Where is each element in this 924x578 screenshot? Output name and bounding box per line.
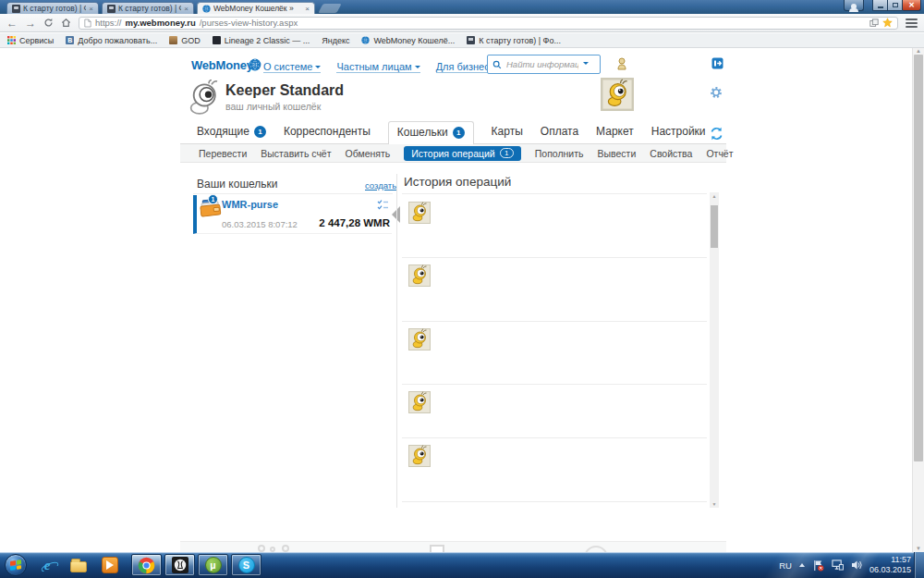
bookmark-welcome[interactable]: В Добро пожаловать... bbox=[66, 36, 157, 45]
subtab-exchange[interactable]: Обменять bbox=[346, 148, 391, 159]
chevron-down-icon bbox=[415, 66, 420, 71]
search-input[interactable] bbox=[505, 58, 580, 70]
user-avatar[interactable] bbox=[601, 78, 634, 111]
page-scrollbar[interactable]: ▲ ▼ bbox=[912, 48, 924, 552]
show-desktop-button[interactable] bbox=[914, 552, 924, 578]
bookmark-yandex[interactable]: Яндекс bbox=[322, 36, 349, 45]
subtab-properties[interactable]: Свойства bbox=[650, 148, 692, 159]
back-button[interactable]: ← bbox=[6, 18, 18, 29]
gear-icon[interactable] bbox=[710, 86, 723, 99]
tab-close-icon[interactable]: × bbox=[305, 5, 310, 13]
sub-tabs: Перевести Выставить счёт Обменять Истори… bbox=[180, 143, 726, 163]
history-row[interactable] bbox=[402, 385, 707, 438]
scroll-down-icon[interactable]: ▼ bbox=[710, 501, 719, 507]
save-pages-icon[interactable] bbox=[869, 18, 879, 28]
bookmark-star-icon[interactable] bbox=[882, 18, 893, 28]
scrollbar-thumb[interactable] bbox=[711, 205, 718, 248]
bookmark-god[interactable]: GOD bbox=[169, 36, 201, 45]
tray-time: 11:57 bbox=[869, 555, 911, 565]
tab-close-icon[interactable]: × bbox=[89, 5, 93, 13]
support-person-icon[interactable] bbox=[616, 56, 627, 71]
minimize-button[interactable] bbox=[872, 0, 887, 11]
windows-logo-icon bbox=[10, 560, 21, 571]
language-indicator[interactable]: RU bbox=[779, 560, 792, 571]
browser-tab-1[interactable]: К старту готов) | Форум × bbox=[6, 2, 99, 14]
forward-button[interactable]: → bbox=[25, 18, 36, 29]
circle-icon bbox=[584, 546, 608, 552]
refresh-icon[interactable] bbox=[709, 126, 724, 141]
bookmark-label: Lineage 2 Classic — ... bbox=[225, 36, 310, 45]
reload-button[interactable] bbox=[43, 18, 54, 28]
address-bar[interactable]: https://my.webmoney.ru/purses-view-histo… bbox=[79, 17, 898, 30]
start-button[interactable] bbox=[5, 554, 27, 576]
subtab-report[interactable]: Отчёт bbox=[706, 148, 733, 159]
home-button[interactable] bbox=[61, 18, 71, 28]
create-wallet-link[interactable]: создать bbox=[365, 180, 396, 191]
media-player-taskbar-icon[interactable] bbox=[98, 555, 122, 575]
subtab-topup[interactable]: Пополнить bbox=[535, 148, 584, 159]
page-footer bbox=[180, 541, 726, 552]
nav-about[interactable]: О системе bbox=[263, 61, 321, 73]
browser-tab-active[interactable]: WebMoney Кошелёк » × bbox=[197, 2, 315, 14]
history-scrollbar[interactable]: ▲ ▼ bbox=[710, 192, 719, 508]
game-app-icon bbox=[172, 557, 188, 573]
webmoney-logo[interactable]: WebMoney bbox=[191, 58, 253, 72]
tab-payment[interactable]: Оплата bbox=[541, 125, 578, 143]
divider bbox=[193, 193, 393, 194]
browser-tab-2[interactable]: К старту готов) | Форум × bbox=[102, 2, 194, 14]
checklist-icon[interactable] bbox=[377, 199, 389, 211]
bookmark-forum[interactable]: К старту готов) | Фо... bbox=[467, 36, 561, 45]
history-row[interactable] bbox=[402, 258, 707, 322]
action-center-flag-icon[interactable] bbox=[812, 560, 824, 572]
new-tab-button[interactable] bbox=[318, 4, 341, 13]
tab-market[interactable]: Маркет bbox=[596, 125, 634, 143]
exit-icon[interactable] bbox=[711, 57, 723, 69]
scroll-down-icon[interactable]: ▼ bbox=[913, 546, 924, 552]
scroll-up-icon[interactable]: ▲ bbox=[710, 193, 719, 199]
profile-button[interactable] bbox=[844, 0, 864, 11]
history-row[interactable] bbox=[402, 322, 707, 385]
nav-private[interactable]: Частным лицам bbox=[336, 61, 419, 73]
tab-correspondents[interactable]: Корреспонденты bbox=[284, 125, 371, 143]
tab-incoming[interactable]: Входящие1 bbox=[197, 125, 266, 143]
ie-taskbar-icon[interactable]: e bbox=[35, 555, 59, 575]
bookmark-apps[interactable]: Сервисы bbox=[7, 36, 54, 45]
history-row[interactable] bbox=[402, 195, 707, 258]
tray-clock[interactable]: 11:57 06.03.2015 bbox=[869, 555, 911, 576]
subtab-history[interactable]: История операций1 bbox=[404, 146, 520, 161]
wallet-item[interactable]: 1 WMR-purse 06.03.2015 8:07:12 2 447,28 … bbox=[193, 195, 392, 234]
network-icon[interactable] bbox=[832, 560, 844, 571]
bookmark-webmoney[interactable]: WebMoney Кошелё... bbox=[361, 36, 455, 45]
tab-close-icon[interactable]: × bbox=[184, 5, 188, 13]
bookmarks-bar: Сервисы В Добро пожаловать... GOD Lineag… bbox=[0, 33, 924, 48]
chrome-menu-icon[interactable] bbox=[906, 18, 918, 28]
tab-settings[interactable]: Настройки bbox=[651, 125, 706, 143]
tab-cards[interactable]: Карты bbox=[492, 125, 523, 143]
maximize-button[interactable] bbox=[887, 0, 902, 11]
bookmark-label: К старту готов) | Фо... bbox=[479, 36, 561, 45]
window-titlebar: К старту готов) | Форум × К старту готов… bbox=[0, 0, 924, 14]
bookmark-lineage[interactable]: Lineage 2 Classic — ... bbox=[213, 36, 310, 45]
webmoney-favicon-icon bbox=[202, 5, 211, 13]
history-row[interactable] bbox=[402, 438, 707, 502]
scroll-up-icon[interactable]: ▲ bbox=[913, 48, 924, 55]
utorrent-taskbar-button[interactable]: µ bbox=[198, 554, 228, 576]
tab-purses[interactable]: Кошельки1 bbox=[388, 121, 474, 144]
explorer-taskbar-icon[interactable] bbox=[67, 555, 91, 575]
close-button[interactable]: ✕ bbox=[902, 0, 921, 11]
subtab-withdraw[interactable]: Вывести bbox=[598, 148, 637, 159]
chrome-taskbar-button[interactable] bbox=[131, 554, 162, 576]
chevron-down-icon bbox=[315, 66, 321, 71]
window-controls: ✕ bbox=[844, 0, 921, 11]
search-dropdown-icon[interactable] bbox=[583, 62, 589, 68]
volume-icon[interactable] bbox=[851, 560, 862, 571]
wallet-name[interactable]: WMR-purse bbox=[222, 199, 278, 210]
scrollbar-thumb[interactable] bbox=[914, 55, 923, 461]
tray-expand-icon[interactable] bbox=[799, 560, 805, 567]
game-taskbar-button[interactable] bbox=[164, 554, 195, 576]
subtab-transfer[interactable]: Перевести bbox=[199, 148, 247, 159]
bookmark-label: WebMoney Кошелё... bbox=[373, 36, 455, 45]
subtab-invoice[interactable]: Выставить счёт bbox=[261, 148, 331, 159]
forum-favicon-icon bbox=[12, 5, 20, 13]
skype-taskbar-button[interactable]: S bbox=[231, 554, 261, 576]
